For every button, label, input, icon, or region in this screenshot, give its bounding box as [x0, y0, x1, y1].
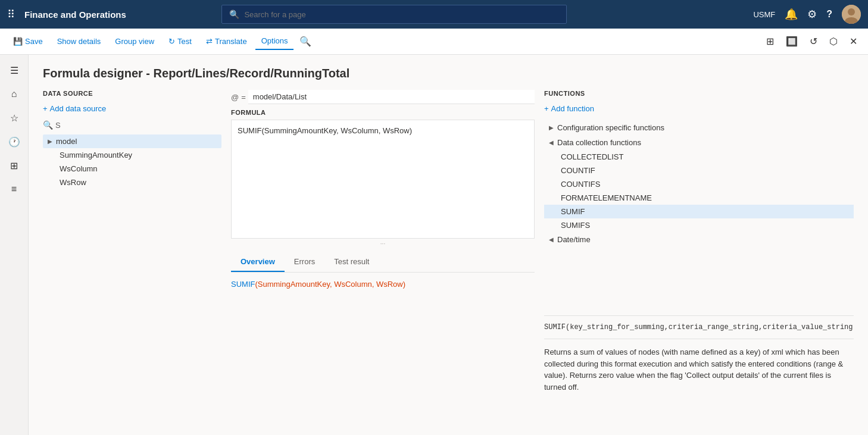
close-icon[interactable]: ✕ [846, 32, 861, 51]
add-data-source-button[interactable]: + Add data source [43, 102, 221, 115]
fn-item-sumifs[interactable]: SUMIFS [544, 218, 854, 232]
fn-group-datetime-label: Date/time [557, 235, 591, 244]
office-icon[interactable]: 🔲 [782, 32, 801, 51]
group-view-button[interactable]: Group view [109, 33, 160, 49]
tab-errors[interactable]: Errors [285, 252, 324, 272]
add-function-button[interactable]: + Add function [544, 102, 854, 115]
side-nav: ☰ ⌂ ☆ 🕐 ⊞ ≡ [0, 55, 29, 435]
tree-item-model[interactable]: ▶ model [43, 134, 221, 148]
data-source-panel: DATA SOURCE + Add data source 🔍 S ▶ mode… [43, 90, 221, 435]
fn-item-countifs[interactable]: COUNTIFS [544, 177, 854, 191]
content-area: Formula designer - Report/Lines/Record/R… [29, 55, 868, 435]
fn-description: Returns a sum of values of nodes (with n… [544, 344, 854, 395]
formula-equals: = [241, 93, 246, 102]
datasource-search-text[interactable]: S [55, 121, 61, 130]
svg-point-1 [848, 8, 855, 15]
search-bar[interactable]: 🔍 [221, 5, 567, 24]
functions-divider [544, 315, 854, 316]
sidebar-item-recent[interactable]: 🕐 [4, 131, 25, 152]
app-menu-icon[interactable]: ⠿ [7, 8, 15, 21]
usmf-label: USMF [753, 10, 775, 19]
tree-item-summingamountkey[interactable]: SummingAmountKey [43, 148, 221, 162]
show-details-button[interactable]: Show details [51, 33, 107, 49]
fn-group-configuration[interactable]: ▶ Configuration specific functions [544, 120, 854, 135]
fn-group-datacollection-label: Data collection functions [557, 138, 641, 147]
fn-signature: SUMIF(key_string_for_summing,criteria_ra… [544, 321, 854, 334]
fn-group-datacollection[interactable]: ◀ Data collection functions [544, 135, 854, 150]
data-source-header: DATA SOURCE [43, 90, 221, 97]
fn-item-countif[interactable]: COUNTIF [544, 164, 854, 177]
fn-chevron-datacollection: ◀ [549, 139, 554, 146]
toolbar: 💾 Save Show details Group view ↻ Test ⇄ … [0, 29, 868, 55]
tab-overview[interactable]: Overview [231, 252, 285, 272]
functions-divider2 [544, 339, 854, 339]
tree-label-wsrow: WsRow [60, 178, 86, 187]
test-icon: ↻ [168, 37, 175, 46]
options-button[interactable]: Options [255, 33, 294, 50]
settings-icon[interactable]: ⚙ [807, 8, 817, 21]
sidebar-item-workspaces[interactable]: ⊞ [4, 155, 25, 176]
datasource-tree: ▶ model SummingAmountKey WsColumn WsRow [43, 134, 221, 189]
formula-panel: @ = model/Data/List FORMULA SUMIF(Summin… [221, 90, 544, 435]
formula-section-label: FORMULA [231, 109, 535, 116]
tree-label-model: model [56, 137, 77, 146]
fn-item-formatelementname[interactable]: FORMATELEMENTNAME [544, 191, 854, 205]
search-toolbar-icon[interactable]: 🔍 [296, 32, 315, 51]
fn-item-collectedlist[interactable]: COLLECTEDLIST [544, 150, 854, 164]
tree-label-wscolumn: WsColumn [60, 164, 98, 173]
translate-icon: ⇄ [206, 37, 213, 46]
functions-header: FUNCTIONS [544, 90, 854, 97]
sidebar-item-home[interactable]: ⌂ [4, 83, 25, 105]
functions-panel: FUNCTIONS + Add function ▶ Configuration… [544, 90, 854, 435]
datasource-search-row: 🔍 S [43, 120, 221, 130]
fn-item-sumif[interactable]: SUMIF [544, 205, 854, 218]
preview-fn-args: (SummingAmountKey, WsColumn, WsRow) [255, 280, 405, 289]
toolbar-right: ⊞ 🔲 ↺ ⬡ ✕ [763, 32, 861, 51]
fn-chevron-config: ▶ [549, 124, 554, 131]
save-button[interactable]: 💾 Save [7, 33, 49, 49]
app-title: Finance and Operations [24, 10, 126, 20]
fn-group-datetime[interactable]: ◀ Date/time [544, 232, 854, 247]
formula-editor[interactable]: SUMIF(SummingAmountKey, WsColumn, WsRow) [231, 120, 535, 239]
search-icon: 🔍 [229, 10, 239, 19]
tree-chevron-model: ▶ [48, 138, 52, 145]
tree-item-wscolumn[interactable]: WsColumn [43, 162, 221, 176]
tab-content-overview: SUMIF(SummingAmountKey, WsColumn, WsRow) [231, 273, 535, 296]
formula-path-row: @ = model/Data/List [231, 90, 535, 104]
fn-group-config-label: Configuration specific functions [557, 123, 664, 132]
top-nav: ⠿ Finance and Operations 🔍 USMF 🔔 ⚙ ? [0, 0, 868, 29]
tree-label-summingamountkey: SummingAmountKey [60, 151, 132, 159]
formula-preview: SUMIF(SummingAmountKey, WsColumn, WsRow) [231, 280, 535, 289]
panels: DATA SOURCE + Add data source 🔍 S ▶ mode… [43, 90, 854, 435]
tree-item-wsrow[interactable]: WsRow [43, 176, 221, 189]
avatar[interactable] [842, 5, 861, 24]
test-button[interactable]: ↻ Test [163, 33, 198, 49]
help-icon[interactable]: ? [826, 9, 832, 20]
resize-handle[interactable]: ··· [231, 240, 535, 248]
refresh-icon[interactable]: ↺ [806, 32, 821, 51]
sidebar-item-menu[interactable]: ☰ [4, 60, 25, 81]
top-nav-right: USMF 🔔 ⚙ ? [753, 5, 861, 24]
translate-button[interactable]: ⇄ Translate [200, 33, 253, 49]
fn-chevron-datetime: ◀ [549, 236, 554, 243]
page-title: Formula designer - Report/Lines/Record/R… [43, 67, 854, 80]
search-input[interactable] [244, 10, 559, 19]
sidebar-item-modules[interactable]: ≡ [4, 179, 25, 200]
notification-icon[interactable]: 🔔 [785, 8, 798, 21]
add-datasource-plus-icon: + [43, 104, 48, 113]
tab-bar: Overview Errors Test result [231, 252, 535, 273]
formula-path[interactable]: model/Data/List [248, 90, 535, 104]
tab-test-result[interactable]: Test result [324, 252, 379, 272]
sidebar-item-favorites[interactable]: ☆ [4, 107, 25, 129]
save-icon: 💾 [13, 37, 23, 46]
main-layout: ☰ ⌂ ☆ 🕐 ⊞ ≡ Formula designer - Report/Li… [0, 55, 868, 435]
add-function-plus-icon: + [544, 104, 549, 113]
open-icon[interactable]: ⬡ [826, 32, 841, 51]
preview-fn-name: SUMIF [231, 280, 255, 289]
functions-tree: ▶ Configuration specific functions ◀ Dat… [544, 120, 854, 311]
datasource-search-icon: 🔍 [43, 120, 53, 130]
formula-at-symbol: @ [231, 93, 239, 102]
view-icon[interactable]: ⊞ [763, 32, 778, 51]
